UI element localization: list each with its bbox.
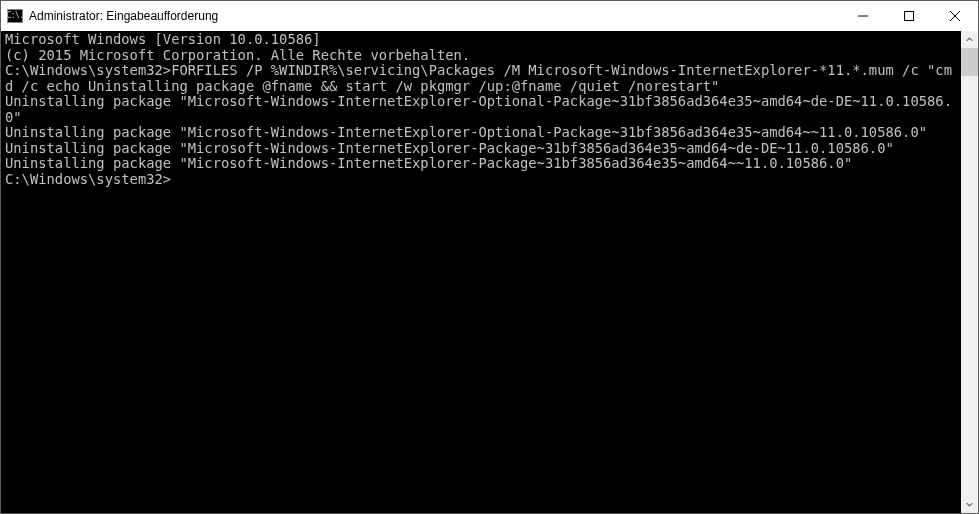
scroll-down-button[interactable] (961, 496, 978, 513)
console-command: C:\Windows\system32>FORFILES /P %WINDIR%… (5, 63, 957, 94)
minimize-icon (858, 11, 868, 21)
console-line: Uninstalling package "Microsoft-Windows-… (5, 141, 957, 157)
cmd-window: C:\. Administrator: Eingabeaufforderung … (0, 0, 979, 514)
chevron-down-icon (966, 501, 973, 508)
titlebar[interactable]: C:\. Administrator: Eingabeaufforderung (1, 1, 978, 31)
scrollbar-thumb[interactable] (961, 48, 978, 76)
cmd-icon: C:\. (7, 9, 23, 23)
close-icon (950, 11, 960, 21)
svg-rect-1 (905, 12, 914, 21)
console-line: Uninstalling package "Microsoft-Windows-… (5, 125, 957, 141)
console-output[interactable]: Microsoft Windows [Version 10.0.10586](c… (1, 31, 961, 513)
console-prompt: C:\Windows\system32> (5, 172, 957, 188)
console-line: (c) 2015 Microsoft Corporation. Alle Rec… (5, 48, 957, 64)
console-area: Microsoft Windows [Version 10.0.10586](c… (1, 31, 978, 513)
window-controls (840, 1, 978, 31)
window-title: Administrator: Eingabeaufforderung (29, 9, 840, 23)
console-line: Uninstalling package "Microsoft-Windows-… (5, 156, 957, 172)
console-line: Microsoft Windows [Version 10.0.10586] (5, 32, 957, 48)
maximize-button[interactable] (886, 1, 932, 31)
close-button[interactable] (932, 1, 978, 31)
minimize-button[interactable] (840, 1, 886, 31)
scrollbar-track[interactable] (961, 48, 978, 496)
maximize-icon (904, 11, 914, 21)
scroll-up-button[interactable] (961, 31, 978, 48)
vertical-scrollbar[interactable] (961, 31, 978, 513)
chevron-up-icon (966, 36, 973, 43)
cursor (171, 183, 179, 185)
console-line: Uninstalling package "Microsoft-Windows-… (5, 94, 957, 125)
